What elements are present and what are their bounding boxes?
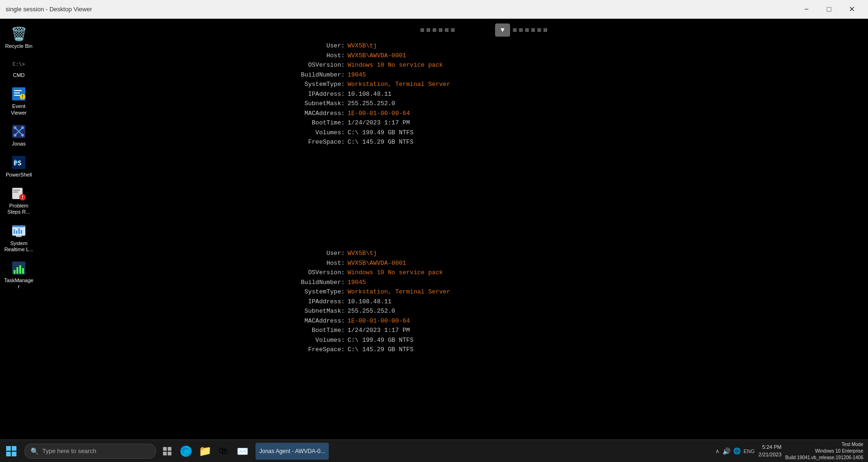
tray-chevron-icon[interactable]: ∧ — [715, 448, 720, 454]
windows-logo-icon — [6, 446, 16, 456]
test-mode-area: Test Mode Windows 10 Enterprise Build 19… — [785, 441, 863, 461]
desktop: 🗑️ Recycle Bin C:\> CMD ! — [0, 19, 868, 439]
jonas-icon — [11, 124, 26, 139]
tray-network-icon[interactable]: 🌐 — [733, 447, 741, 454]
svg-rect-38 — [168, 447, 171, 451]
maximize-button[interactable]: □ — [818, 2, 840, 17]
svg-rect-33 — [6, 446, 11, 451]
desktop-icon-powershell[interactable]: PS PowerShell — [2, 152, 36, 181]
mail-icon: ✉️ — [237, 446, 248, 457]
taskbar-app-mail[interactable]: ✉️ — [233, 442, 252, 461]
svg-rect-26 — [21, 230, 22, 234]
svg-point-11 — [14, 134, 16, 137]
svg-rect-31 — [19, 265, 21, 274]
svg-point-9 — [14, 126, 16, 129]
task-manager-icon — [11, 261, 26, 276]
taskbar-task-view[interactable] — [158, 442, 177, 461]
svg-rect-34 — [12, 446, 16, 451]
terminal-block-2: User:WVX5B\tj Host:WVX5B\AWVDA-0001 OSVe… — [291, 249, 714, 354]
svg-rect-22 — [12, 225, 25, 227]
desktop-icon-event-viewer[interactable]: ! Event Viewer — [2, 84, 36, 118]
tray-volume-icon[interactable]: 🔊 — [722, 447, 730, 455]
powershell-icon: PS — [11, 155, 26, 170]
task-manager-label: TaskManager — [4, 277, 34, 290]
desktop-icon-task-manager[interactable]: TaskManager — [2, 258, 36, 293]
recycle-bin-label: Recycle Bin — [5, 43, 32, 49]
main-area: 🗑️ Recycle Bin C:\> CMD ! — [0, 19, 868, 462]
desktop-icon-recycle-bin[interactable]: 🗑️ Recycle Bin — [2, 23, 36, 52]
task-view-icon — [163, 447, 172, 456]
test-mode-line2: Windows 10 Enterprise — [785, 448, 863, 454]
svg-rect-29 — [14, 270, 16, 274]
search-icon: 🔍 — [31, 447, 39, 455]
svg-rect-3 — [14, 95, 21, 96]
edge-icon — [180, 446, 192, 457]
desktop-icons: 🗑️ Recycle Bin C:\> CMD ! — [0, 19, 38, 439]
terminal-block-2-area: User:WVX5B\tj Host:WVX5B\AWVDA-0001 OSVe… — [291, 249, 714, 364]
cmd-label: CMD — [13, 72, 24, 78]
taskbar-right: ∧ 🔊 🌐 ENG 5:24 PM 2/21/2023 Test Mode Wi… — [715, 441, 868, 461]
desktop-icon-problem-steps[interactable]: ! Problem Steps R... — [2, 183, 36, 218]
svg-rect-32 — [22, 268, 24, 274]
taskbar: 🔍 Type here to search 📁 — [0, 439, 868, 462]
jonas-label: Jonas — [12, 141, 25, 147]
svg-rect-30 — [16, 267, 18, 274]
window-title: single session - Desktop Viewer — [6, 6, 92, 13]
tray-language-label[interactable]: ENG — [744, 448, 755, 454]
test-mode-line1: Test Mode — [785, 441, 863, 448]
clock-area[interactable]: 5:24 PM 2/21/2023 — [759, 444, 782, 458]
problem-steps-icon: ! — [11, 186, 26, 201]
powershell-label: PowerShell — [6, 172, 32, 178]
system-realtime-icon — [11, 223, 26, 239]
taskbar-app-edge[interactable] — [177, 442, 195, 461]
minimize-button[interactable]: − — [796, 2, 817, 17]
svg-rect-23 — [14, 229, 15, 234]
taskbar-app-store[interactable]: 🛍 — [214, 442, 233, 461]
desktop-icon-system-realtime[interactable]: System Realtime L... — [2, 221, 36, 255]
taskbar-app-explorer[interactable]: 📁 — [195, 442, 214, 461]
close-button[interactable]: ✕ — [841, 2, 862, 17]
svg-rect-36 — [12, 452, 16, 456]
svg-text:PS: PS — [14, 159, 22, 167]
terminal-block-1: User:WVX5B\tj Host:WVX5B\AWVDA-0001 OSVe… — [291, 41, 714, 147]
taskbar-active-window[interactable]: Jonas Agent - AWVDA-0... — [256, 443, 329, 460]
event-viewer-label: Event Viewer — [4, 103, 34, 116]
problem-steps-label: Problem Steps R... — [4, 203, 34, 215]
svg-point-10 — [21, 126, 24, 129]
svg-rect-17 — [13, 190, 20, 191]
recycle-bin-icon: 🗑️ — [11, 26, 26, 41]
window-controls: − □ ✕ — [796, 2, 862, 17]
svg-rect-37 — [163, 447, 167, 451]
svg-rect-24 — [16, 231, 17, 234]
store-icon: 🛍 — [219, 446, 228, 456]
search-placeholder-text: Type here to search — [42, 447, 96, 454]
svg-rect-18 — [13, 192, 18, 192]
svg-rect-40 — [168, 452, 171, 455]
svg-point-12 — [21, 134, 24, 137]
test-mode-line3: Build 19041.vb_release.191206-1406 — [785, 454, 863, 461]
active-window-label: Jonas Agent - AWVDA-0... — [259, 448, 325, 454]
system-tray: ∧ 🔊 🌐 ENG — [715, 447, 755, 455]
title-bar: single session - Desktop Viewer − □ ✕ — [0, 0, 868, 19]
svg-text:!: ! — [22, 195, 23, 200]
desktop-icon-jonas[interactable]: Jonas — [2, 121, 36, 150]
start-button[interactable] — [0, 440, 23, 462]
svg-text:!: ! — [22, 94, 23, 100]
svg-rect-1 — [14, 90, 22, 91]
clock-date: 2/21/2023 — [759, 451, 782, 458]
svg-rect-25 — [18, 228, 20, 234]
event-viewer-icon: ! — [11, 86, 26, 101]
svg-rect-39 — [163, 452, 167, 455]
svg-rect-35 — [6, 452, 11, 456]
explorer-icon: 📁 — [199, 445, 211, 457]
clock-time: 5:24 PM — [759, 444, 782, 451]
terminal-area: ▼ User:WVX5B\tj Host:WVX5B\AWVDA-0001 OS… — [291, 23, 714, 156]
taskbar-search[interactable]: 🔍 Type here to search — [24, 444, 156, 459]
svg-rect-2 — [14, 92, 20, 93]
desktop-icon-cmd[interactable]: C:\> CMD — [2, 54, 36, 81]
cmd-icon: C:\> — [11, 57, 26, 70]
svg-rect-27 — [16, 236, 22, 237]
system-realtime-label: System Realtime L... — [4, 240, 34, 253]
